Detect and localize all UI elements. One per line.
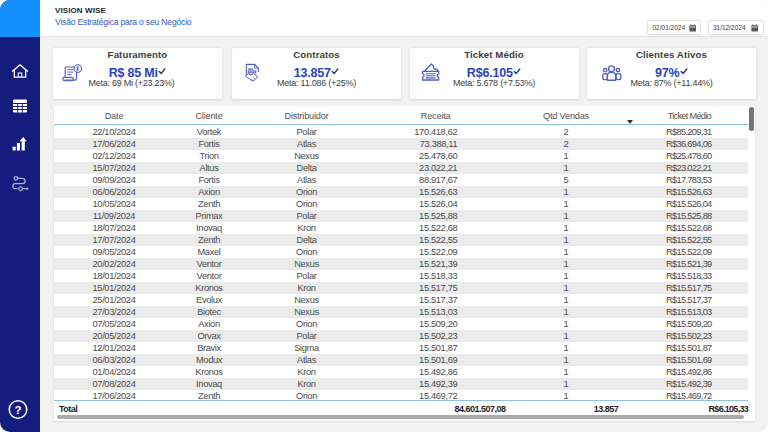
svg-text:?: ? xyxy=(14,404,21,416)
